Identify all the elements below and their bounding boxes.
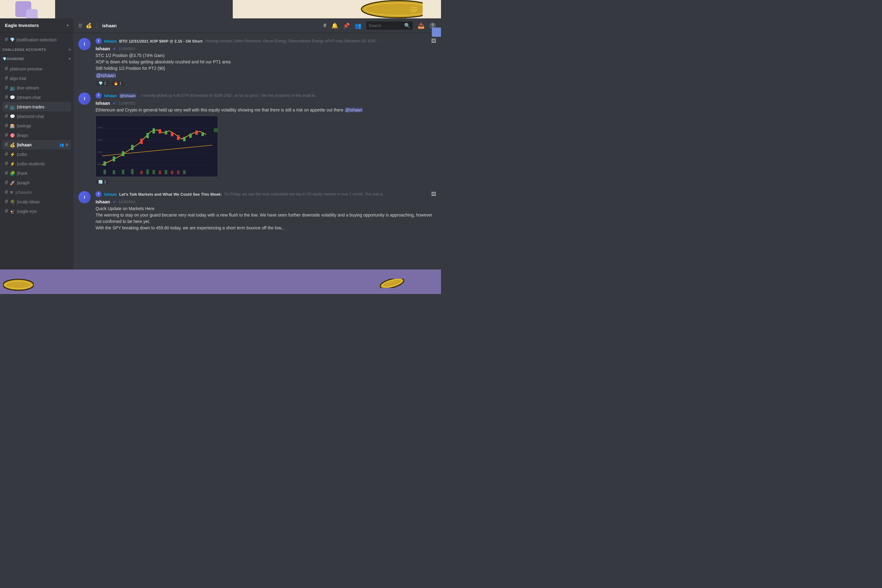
preview-author: Ishaan [104,192,117,196]
svg-rect-40 [177,171,180,174]
chart-image: 4800 4400 4000 3600 [96,116,218,177]
svg-rect-42 [214,128,218,132]
svg-rect-41 [183,170,186,174]
sidebar-item-cobs[interactable]: # ⚡ |cobs [3,150,71,159]
verified-icon: ✔ [113,46,116,51]
channel-label: |cobs [17,152,27,157]
diamond-category-label: 💎DIAMOND [3,57,24,61]
reaction-count: 1 [104,180,106,184]
message-timestamp: 11/30/2021 [119,101,136,105]
hash-icon: # [5,75,8,81]
hash-icon: # [5,180,8,186]
hash-icon: # [5,132,8,138]
member-list-icon[interactable]: 👥 [355,22,362,29]
message-group: I 🎖 Ishaan BTO 12/31/2021 XOP $90P @ 2.1… [78,38,436,86]
message-content: 🎖 Ishaan BTO 12/31/2021 XOP $90P @ 2.15 … [96,38,436,86]
sidebar-item-eagle-eye[interactable]: # 🦅 |eagle-eye [3,206,71,216]
sidebar-item-swings[interactable]: # 🎰 |swings [3,121,71,130]
chevron-down-icon: ▾ [67,23,69,28]
svg-text:4000: 4000 [98,151,103,153]
message-timestamp: 11/30/2021 [119,200,136,204]
hash-icon: # [5,170,8,176]
sidebar-item-frank[interactable]: # 🧩 |frank [3,168,71,178]
channel-label: |cobs-students [17,161,45,166]
sidebar-item-asaph[interactable]: # 🚀 |asaph [3,178,71,188]
hash-icon: # [5,198,8,205]
bg-bottom-decoration [0,270,441,294]
avatar: I [78,38,91,50]
add-channel-icon[interactable]: + [68,47,71,52]
preview-bold-text: BTO 12/31/2021 XOP $90P @ 2.15 - Oil Sho… [119,39,202,44]
hash-icon: # [5,208,8,214]
notifications-icon[interactable]: 🔔 [332,22,338,29]
image-icon: 🖼 [431,191,436,197]
search-bar[interactable]: 🔍 [366,21,413,30]
svg-rect-30 [104,170,106,174]
sidebar: Eagle Investors ▾ # 💎 |notification-sele… [0,18,74,270]
search-input[interactable] [369,23,402,28]
hash-icon: # [5,36,8,43]
reaction-repeat[interactable]: 🔄 1 [96,179,109,185]
svg-rect-18 [131,145,134,150]
add-diamond-channel-icon[interactable]: + [68,56,71,62]
hash-icon: # [5,104,8,110]
preview-rest-text: Holdings include Callon Petroleum, Devon… [205,39,380,43]
svg-rect-36 [153,170,155,174]
reaction-fire[interactable]: 🔥 1 [111,80,124,86]
reaction-diamond[interactable]: 💎 2 [96,80,109,86]
hash-icon: # [5,84,8,91]
pinned-messages-icon[interactable]: 📌 [343,22,350,29]
category-label: CHALLENGE ACCOUNTS [3,48,46,51]
svg-rect-16 [113,156,115,161]
hash-icon: # [5,123,8,129]
hash-icon: # [5,189,8,195]
sidebar-item-chaselin[interactable]: # ✖ |chaselin [3,188,71,197]
sidebar-item-platinum-preview[interactable]: # platinum-preview [3,64,71,74]
settings-icon[interactable]: ⚙ [65,143,69,147]
channel-list: # platinum-preview # algo-trial # 📺 |liv… [0,64,74,216]
preview-avatar: 🎖 [96,38,102,44]
mention-tag: @ishaan [96,73,116,78]
mention-in-preview: @ishaan [119,93,136,98]
sidebar-item-algo-trial[interactable]: # algo-trial [3,74,71,83]
channel-label: |eagle-eye [17,209,37,214]
hash-icon: # [5,94,8,100]
message-preview-bar: 🎖 Ishaan Let's Talk Markets and What We … [96,191,436,197]
preview-rest-text: , I recently picked up 4.66 ETH (Ethereu… [139,93,318,98]
server-name: Eagle Investors [5,22,39,28]
svg-rect-27 [189,134,192,138]
members-icon[interactable]: 👥 [59,143,64,147]
inbox-icon[interactable]: 📥 [418,22,424,29]
server-header[interactable]: Eagle Investors ▾ [0,18,74,33]
channel-label: |diamond-chat [17,114,44,119]
sidebar-item-notification-selection[interactable]: # 💎 |notification-selection [3,35,71,44]
sidebar-item-cobs-students[interactable]: # ⚡ |cobs-students [3,159,71,168]
sidebar-item-diamond-chat[interactable]: # 💬 |diamond-chat [3,111,71,121]
app-container: Eagle Investors ▾ # 💎 |notification-sele… [0,18,441,270]
message-author: Ishaan [96,46,110,51]
inbox-button[interactable] [432,28,441,37]
sidebar-item-stream-trades[interactable]: # 📺 |stream-trades [3,102,71,111]
threads-icon[interactable]: # [323,22,327,29]
svg-rect-34 [140,171,143,174]
svg-text:3600: 3600 [98,163,103,166]
sidebar-item-leaps[interactable]: # 🎯 |leaps [3,130,71,140]
sidebar-item-scalp-ideas[interactable]: # 🌴 |scalp-ideas [3,197,71,206]
svg-rect-15 [104,161,106,166]
svg-rect-21 [153,128,155,134]
sidebar-item-live-stream[interactable]: # 📺 |live-stream [3,83,71,93]
hash-icon: # [5,151,8,158]
svg-rect-43 [214,141,218,144]
svg-rect-32 [122,170,124,174]
messages-container: I 🎖 Ishaan BTO 12/31/2021 XOP $90P @ 2.1… [74,33,441,270]
channel-label: |scalp-ideas [17,200,39,204]
sidebar-item-stream-chat[interactable]: # 💬 |stream-chat [3,93,71,102]
channel-label: |notification-selection [16,38,56,42]
chat-area: # 💰 | ishaan # 🔔 📌 👥 🔍 📥 ? [74,18,441,270]
message-header: Ishaan ✔ 11/30/2021 [96,46,436,51]
category-challenge-accounts: CHALLENGE ACCOUNTS + [0,46,74,54]
preview-avatar: 🎖 [96,191,102,197]
sidebar-item-ishaan[interactable]: # 💰 |ishaan 👥 ⚙ [3,140,71,150]
preview-author: Ishaan [104,39,117,44]
message-text: Quick Update on Markets Here The warning… [96,206,436,231]
